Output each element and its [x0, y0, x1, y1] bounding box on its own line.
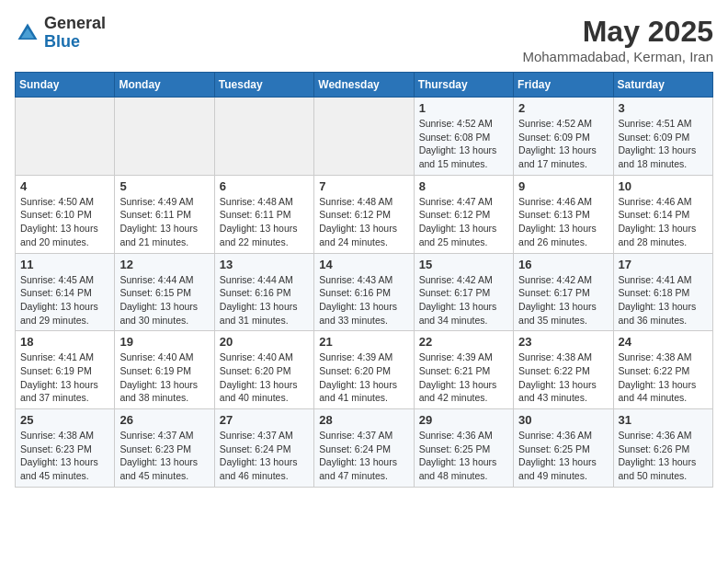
calendar-cell: 14Sunrise: 4:43 AM Sunset: 6:16 PM Dayli…: [314, 253, 414, 331]
day-info: Sunrise: 4:48 AM Sunset: 6:11 PM Dayligh…: [220, 195, 309, 249]
calendar-cell: 29Sunrise: 4:36 AM Sunset: 6:25 PM Dayli…: [414, 409, 513, 488]
calendar-cell: 7Sunrise: 4:48 AM Sunset: 6:12 PM Daylig…: [314, 175, 414, 253]
day-number: 30: [518, 413, 608, 427]
day-number: 24: [619, 335, 708, 349]
logo-text: General Blue: [44, 15, 106, 52]
calendar-cell: 26Sunrise: 4:37 AM Sunset: 6:23 PM Dayli…: [115, 409, 214, 488]
day-info: Sunrise: 4:44 AM Sunset: 6:16 PM Dayligh…: [220, 273, 309, 327]
weekday-header-row: SundayMondayTuesdayWednesdayThursdayFrid…: [16, 73, 713, 98]
day-info: Sunrise: 4:39 AM Sunset: 6:20 PM Dayligh…: [319, 350, 408, 405]
weekday-header: Monday: [115, 73, 214, 98]
calendar-week-row: 25Sunrise: 4:38 AM Sunset: 6:23 PM Dayli…: [16, 409, 713, 488]
day-number: 23: [518, 335, 608, 349]
day-info: Sunrise: 4:38 AM Sunset: 6:22 PM Dayligh…: [619, 350, 708, 405]
day-info: Sunrise: 4:42 AM Sunset: 6:17 PM Dayligh…: [518, 273, 608, 327]
day-number: 28: [319, 413, 408, 427]
day-number: 14: [319, 258, 408, 271]
day-info: Sunrise: 4:46 AM Sunset: 6:13 PM Dayligh…: [518, 195, 608, 249]
day-info: Sunrise: 4:47 AM Sunset: 6:12 PM Dayligh…: [419, 195, 508, 249]
day-info: Sunrise: 4:45 AM Sunset: 6:14 PM Dayligh…: [20, 273, 109, 327]
day-info: Sunrise: 4:46 AM Sunset: 6:14 PM Dayligh…: [619, 195, 708, 249]
day-info: Sunrise: 4:43 AM Sunset: 6:16 PM Dayligh…: [319, 273, 408, 327]
day-number: 5: [119, 179, 209, 193]
day-number: 15: [419, 258, 508, 271]
calendar-cell: 2Sunrise: 4:52 AM Sunset: 6:09 PM Daylig…: [514, 98, 613, 176]
day-info: Sunrise: 4:37 AM Sunset: 6:23 PM Dayligh…: [119, 429, 209, 483]
day-info: Sunrise: 4:40 AM Sunset: 6:20 PM Dayligh…: [220, 350, 309, 405]
calendar-cell: 11Sunrise: 4:45 AM Sunset: 6:14 PM Dayli…: [16, 253, 115, 331]
day-number: 18: [20, 335, 109, 349]
day-number: 6: [220, 179, 309, 193]
logo: General Blue: [15, 15, 106, 52]
day-info: Sunrise: 4:39 AM Sunset: 6:21 PM Dayligh…: [419, 350, 508, 405]
calendar-week-row: 4Sunrise: 4:50 AM Sunset: 6:10 PM Daylig…: [16, 175, 713, 253]
calendar-cell: 4Sunrise: 4:50 AM Sunset: 6:10 PM Daylig…: [16, 175, 115, 253]
day-number: 3: [619, 101, 708, 115]
calendar-cell: 10Sunrise: 4:46 AM Sunset: 6:14 PM Dayli…: [613, 175, 712, 253]
day-info: Sunrise: 4:38 AM Sunset: 6:23 PM Dayligh…: [20, 429, 109, 483]
calendar-cell: 9Sunrise: 4:46 AM Sunset: 6:13 PM Daylig…: [514, 175, 613, 253]
day-number: 13: [220, 258, 309, 271]
calendar-cell: [314, 98, 414, 176]
calendar-cell: 15Sunrise: 4:42 AM Sunset: 6:17 PM Dayli…: [414, 253, 513, 331]
calendar-cell: 21Sunrise: 4:39 AM Sunset: 6:20 PM Dayli…: [314, 331, 414, 409]
day-number: 21: [319, 335, 408, 349]
day-number: 7: [319, 179, 408, 193]
calendar-week-row: 1Sunrise: 4:52 AM Sunset: 6:08 PM Daylig…: [16, 98, 713, 176]
day-number: 29: [419, 413, 508, 427]
calendar-cell: 30Sunrise: 4:36 AM Sunset: 6:25 PM Dayli…: [514, 409, 613, 488]
day-number: 11: [20, 258, 109, 271]
calendar-cell: 31Sunrise: 4:36 AM Sunset: 6:26 PM Dayli…: [613, 409, 712, 488]
weekday-header: Friday: [514, 73, 613, 98]
day-info: Sunrise: 4:36 AM Sunset: 6:26 PM Dayligh…: [619, 429, 708, 483]
day-info: Sunrise: 4:38 AM Sunset: 6:22 PM Dayligh…: [518, 350, 608, 405]
day-info: Sunrise: 4:37 AM Sunset: 6:24 PM Dayligh…: [220, 429, 309, 483]
day-number: 25: [20, 413, 109, 427]
calendar-cell: 23Sunrise: 4:38 AM Sunset: 6:22 PM Dayli…: [514, 331, 613, 409]
location: Mohammadabad, Kerman, Iran: [522, 49, 713, 64]
page-header: General Blue May 2025 Mohammadabad, Kerm…: [15, 15, 713, 64]
calendar-cell: 12Sunrise: 4:44 AM Sunset: 6:15 PM Dayli…: [115, 253, 214, 331]
calendar-cell: 6Sunrise: 4:48 AM Sunset: 6:11 PM Daylig…: [214, 175, 313, 253]
day-number: 10: [619, 179, 708, 193]
day-info: Sunrise: 4:41 AM Sunset: 6:18 PM Dayligh…: [619, 273, 708, 327]
weekday-header: Sunday: [16, 73, 115, 98]
day-info: Sunrise: 4:36 AM Sunset: 6:25 PM Dayligh…: [419, 429, 508, 483]
calendar-week-row: 18Sunrise: 4:41 AM Sunset: 6:19 PM Dayli…: [16, 331, 713, 409]
calendar-cell: 24Sunrise: 4:38 AM Sunset: 6:22 PM Dayli…: [613, 331, 712, 409]
day-info: Sunrise: 4:36 AM Sunset: 6:25 PM Dayligh…: [518, 429, 608, 483]
day-number: 9: [518, 179, 608, 193]
day-info: Sunrise: 4:42 AM Sunset: 6:17 PM Dayligh…: [419, 273, 508, 327]
calendar-cell: 25Sunrise: 4:38 AM Sunset: 6:23 PM Dayli…: [16, 409, 115, 488]
calendar-cell: 1Sunrise: 4:52 AM Sunset: 6:08 PM Daylig…: [414, 98, 513, 176]
calendar-cell: 19Sunrise: 4:40 AM Sunset: 6:19 PM Dayli…: [115, 331, 214, 409]
calendar-cell: 8Sunrise: 4:47 AM Sunset: 6:12 PM Daylig…: [414, 175, 513, 253]
day-number: 4: [20, 179, 109, 193]
calendar-cell: 18Sunrise: 4:41 AM Sunset: 6:19 PM Dayli…: [16, 331, 115, 409]
day-info: Sunrise: 4:44 AM Sunset: 6:15 PM Dayligh…: [119, 273, 209, 327]
calendar-cell: 13Sunrise: 4:44 AM Sunset: 6:16 PM Dayli…: [214, 253, 313, 331]
weekday-header: Wednesday: [314, 73, 414, 98]
day-info: Sunrise: 4:50 AM Sunset: 6:10 PM Dayligh…: [20, 195, 109, 249]
day-info: Sunrise: 4:40 AM Sunset: 6:19 PM Dayligh…: [119, 350, 209, 405]
logo-icon: [15, 20, 40, 46]
calendar-cell: 28Sunrise: 4:37 AM Sunset: 6:24 PM Dayli…: [314, 409, 414, 488]
day-number: 19: [119, 335, 209, 349]
day-number: 8: [419, 179, 508, 193]
day-number: 27: [220, 413, 309, 427]
weekday-header: Thursday: [414, 73, 513, 98]
day-info: Sunrise: 4:52 AM Sunset: 6:09 PM Dayligh…: [518, 117, 608, 171]
day-number: 26: [119, 413, 209, 427]
day-number: 12: [119, 258, 209, 271]
weekday-header: Tuesday: [214, 73, 313, 98]
day-number: 2: [518, 101, 608, 115]
calendar-cell: 17Sunrise: 4:41 AM Sunset: 6:18 PM Dayli…: [613, 253, 712, 331]
calendar-cell: [16, 98, 115, 176]
calendar-cell: 16Sunrise: 4:42 AM Sunset: 6:17 PM Dayli…: [514, 253, 613, 331]
day-number: 1: [419, 101, 508, 115]
day-number: 22: [419, 335, 508, 349]
day-info: Sunrise: 4:48 AM Sunset: 6:12 PM Dayligh…: [319, 195, 408, 249]
day-info: Sunrise: 4:41 AM Sunset: 6:19 PM Dayligh…: [20, 350, 109, 405]
day-info: Sunrise: 4:51 AM Sunset: 6:09 PM Dayligh…: [619, 117, 708, 171]
day-number: 31: [619, 413, 708, 427]
